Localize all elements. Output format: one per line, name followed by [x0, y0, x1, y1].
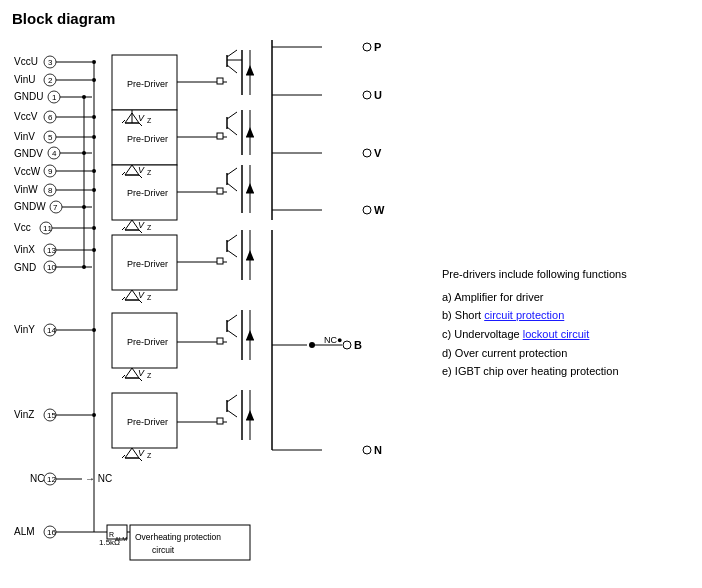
- svg-text:VccW: VccW: [14, 166, 41, 177]
- svg-text:9: 9: [48, 167, 53, 176]
- svg-text:Z: Z: [147, 452, 152, 459]
- svg-marker-123: [246, 65, 254, 75]
- svg-text:NC: NC: [30, 473, 44, 484]
- svg-point-208: [82, 265, 86, 269]
- legend-intro: Pre-drivers include following functions: [442, 265, 627, 284]
- svg-line-101: [139, 300, 142, 303]
- schematic-svg: VccU 3 VinU 2 GNDU 1 VccV 6: [12, 35, 432, 575]
- svg-text:GNDV: GNDV: [14, 148, 43, 159]
- svg-point-203: [92, 413, 96, 417]
- svg-line-95: [139, 230, 142, 233]
- svg-line-94: [122, 227, 125, 230]
- diagram-area: VccU 3 VinU 2 GNDU 1 VccV 6: [12, 35, 690, 575]
- page-container: Block diagram: [0, 0, 702, 588]
- svg-text:VccV: VccV: [14, 111, 38, 122]
- svg-text:VinU: VinU: [14, 74, 36, 85]
- svg-point-199: [92, 188, 96, 192]
- svg-point-206: [82, 151, 86, 155]
- svg-rect-217: [217, 188, 223, 194]
- svg-line-127: [227, 112, 237, 119]
- svg-line-148: [227, 315, 237, 322]
- svg-point-180: [343, 341, 351, 349]
- svg-marker-104: [125, 368, 139, 378]
- svg-text:Vcc: Vcc: [14, 222, 31, 233]
- svg-line-156: [227, 410, 237, 417]
- svg-point-207: [82, 205, 86, 209]
- svg-text:VinW: VinW: [14, 184, 38, 195]
- svg-text:V: V: [138, 448, 145, 458]
- svg-text:U: U: [374, 89, 382, 101]
- svg-text:Z: Z: [147, 294, 152, 301]
- legend-item-0: a) Amplifier for driver: [442, 288, 627, 307]
- svg-text:V: V: [138, 165, 145, 175]
- svg-text:11: 11: [43, 224, 52, 233]
- svg-text:Z: Z: [147, 224, 152, 231]
- svg-line-107: [139, 378, 142, 381]
- svg-text:6: 6: [48, 113, 53, 122]
- svg-text:1.5kΩ: 1.5kΩ: [99, 538, 120, 547]
- svg-marker-98: [125, 290, 139, 300]
- svg-text:VccU: VccU: [14, 56, 38, 67]
- svg-line-121: [227, 65, 237, 73]
- svg-point-200: [92, 226, 96, 230]
- svg-text:4: 4: [52, 149, 57, 158]
- svg-point-198: [92, 169, 96, 173]
- svg-text:15: 15: [47, 411, 56, 420]
- svg-line-128: [227, 127, 237, 135]
- svg-text:V: V: [374, 147, 382, 159]
- svg-line-155: [227, 395, 237, 402]
- svg-point-202: [92, 328, 96, 332]
- schematic: VccU 3 VinU 2 GNDU 1 VccV 6: [12, 35, 432, 575]
- svg-rect-216: [217, 133, 223, 139]
- svg-point-163: [363, 43, 371, 51]
- svg-line-142: [227, 250, 237, 257]
- svg-line-100: [122, 297, 125, 300]
- svg-text:B: B: [354, 339, 362, 351]
- svg-line-113: [139, 458, 142, 461]
- svg-point-205: [82, 95, 86, 99]
- svg-rect-215: [217, 78, 223, 84]
- svg-text:GNDW: GNDW: [14, 201, 46, 212]
- legend-item-2: c) Undervoltage lockout circuit: [442, 325, 627, 344]
- svg-rect-220: [217, 418, 223, 424]
- svg-line-134: [227, 168, 237, 175]
- legend: Pre-drivers include following functionsa…: [442, 35, 627, 575]
- svg-marker-158: [246, 410, 254, 420]
- svg-text:circuit: circuit: [152, 545, 175, 555]
- svg-text:Overheating protection: Overheating protection: [135, 532, 221, 542]
- svg-point-197: [92, 135, 96, 139]
- svg-text:14: 14: [47, 326, 56, 335]
- svg-text:2: 2: [48, 76, 53, 85]
- svg-text:GND: GND: [14, 262, 36, 273]
- svg-line-135: [227, 183, 237, 191]
- svg-text:Pre-Driver: Pre-Driver: [127, 134, 168, 144]
- svg-rect-183: [130, 525, 250, 560]
- svg-text:N: N: [374, 444, 382, 456]
- svg-line-120: [227, 50, 237, 57]
- svg-point-196: [92, 115, 96, 119]
- svg-text:W: W: [374, 204, 385, 216]
- svg-text:Z: Z: [147, 169, 152, 176]
- svg-marker-151: [246, 330, 254, 340]
- svg-text:10: 10: [47, 263, 56, 272]
- svg-text:Pre-Driver: Pre-Driver: [127, 259, 168, 269]
- legend-item-4: e) IGBT chip over heating protection: [442, 362, 627, 381]
- legend-item-3: d) Over current protection: [442, 344, 627, 363]
- svg-text:5: 5: [48, 133, 53, 142]
- svg-text:NC●: NC●: [324, 335, 342, 345]
- svg-point-175: [363, 446, 371, 454]
- svg-point-195: [92, 78, 96, 82]
- svg-text:13: 13: [47, 246, 56, 255]
- svg-text:Pre-Driver: Pre-Driver: [127, 417, 168, 427]
- svg-text:Z: Z: [147, 117, 152, 124]
- svg-point-166: [363, 91, 371, 99]
- svg-text:VinX: VinX: [14, 244, 35, 255]
- svg-point-169: [363, 149, 371, 157]
- svg-marker-144: [246, 250, 254, 260]
- svg-text:3: 3: [48, 58, 53, 67]
- svg-text:7: 7: [53, 203, 58, 212]
- svg-point-201: [92, 248, 96, 252]
- svg-text:16: 16: [47, 528, 56, 537]
- page-title: Block diagram: [12, 10, 690, 27]
- svg-line-112: [122, 455, 125, 458]
